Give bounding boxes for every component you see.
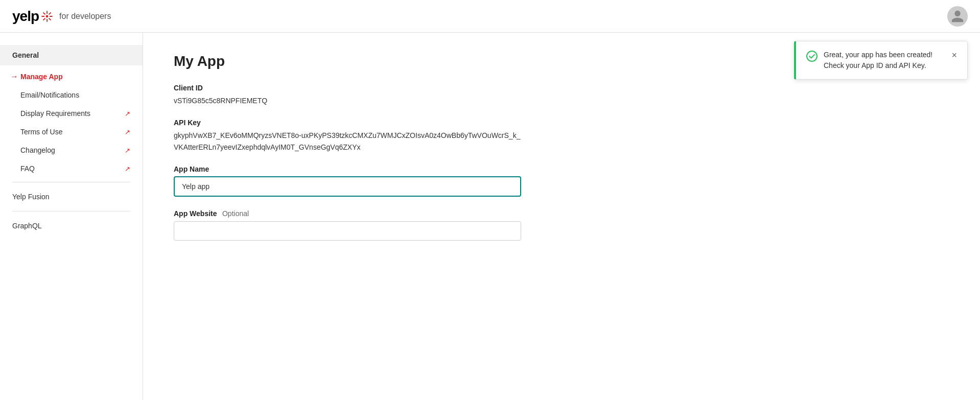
sidebar-item-graphql[interactable]: GraphQL (0, 216, 143, 236)
header: yelp for developers (0, 0, 980, 33)
logo-area: yelp for developers (12, 8, 111, 25)
app-website-optional: Optional (222, 209, 249, 218)
sidebar-item-label-graphql: GraphQL (12, 222, 42, 230)
client-id-section: Client ID vSTi9G85c5c8RNPFIEMETQ (174, 84, 949, 106)
sidebar-divider-1 (12, 182, 130, 182)
svg-point-9 (807, 51, 817, 61)
app-website-section: App Website Optional (174, 209, 949, 241)
external-link-icon-changelog: ↗ (125, 147, 130, 154)
sidebar-item-label-changelog: Changelog (20, 146, 55, 154)
api-key-value: gkyphVwXB7_KEv6oMMQryzsVNET8o-uxPKyPS39t… (174, 130, 521, 153)
toast-check-icon (806, 51, 818, 65)
external-link-icon-faq: ↗ (125, 165, 130, 173)
toast-close-button[interactable]: × (951, 51, 957, 60)
app-name-label: App Name (174, 165, 949, 173)
svg-rect-1 (46, 11, 48, 14)
app-website-label: App Website (174, 209, 217, 218)
sidebar-section-general: General → Manage App Email/Notifications… (0, 45, 143, 178)
sidebar-item-manage-app[interactable]: → Manage App (0, 67, 143, 86)
svg-rect-2 (49, 12, 52, 15)
svg-rect-4 (49, 17, 52, 20)
sidebar-item-label-faq: FAQ (20, 164, 35, 173)
external-link-icon-terms-of-use: ↗ (125, 128, 130, 136)
toast-message: Great, your app has been created! Check … (824, 50, 945, 71)
api-key-label: API Key (174, 119, 949, 127)
external-link-icon-display-requirements: ↗ (125, 110, 130, 117)
yelp-logo[interactable]: yelp (12, 8, 53, 25)
svg-rect-7 (41, 16, 44, 17)
api-key-section: API Key gkyphVwXB7_KEv6oMMQryzsVNET8o-ux… (174, 119, 949, 153)
sidebar-item-label-yelp-fusion: Yelp Fusion (12, 193, 50, 201)
layout: General → Manage App Email/Notifications… (0, 33, 980, 400)
svg-rect-3 (50, 16, 53, 17)
sidebar-section-header-general: General (0, 45, 143, 65)
arrow-icon: → (10, 72, 18, 81)
yelp-wordmark: yelp (12, 8, 39, 25)
client-id-label: Client ID (174, 84, 949, 92)
sidebar-item-email-notifications[interactable]: Email/Notifications (0, 86, 143, 104)
sidebar: General → Manage App Email/Notifications… (0, 33, 143, 400)
client-id-value: vSTi9G85c5c8RNPFIEMETQ (174, 95, 949, 106)
main-content: Great, your app has been created! Check … (143, 33, 980, 400)
app-name-input[interactable] (174, 176, 521, 197)
sidebar-item-faq[interactable]: FAQ ↗ (0, 159, 143, 178)
sidebar-item-display-requirements[interactable]: Display Requirements ↗ (0, 104, 143, 123)
sidebar-item-label-email-notifications: Email/Notifications (20, 91, 79, 99)
sidebar-item-changelog[interactable]: Changelog ↗ (0, 141, 143, 159)
sidebar-item-label-terms-of-use: Terms of Use (20, 128, 62, 136)
app-website-label-row: App Website Optional (174, 209, 949, 218)
sidebar-item-terms-of-use[interactable]: Terms of Use ↗ (0, 123, 143, 141)
user-avatar[interactable] (947, 6, 968, 27)
sidebar-divider-2 (12, 211, 130, 211)
app-name-section: App Name (174, 165, 949, 197)
success-toast: Great, your app has been created! Check … (794, 41, 968, 80)
svg-rect-6 (43, 17, 46, 20)
sidebar-item-yelp-fusion[interactable]: Yelp Fusion (0, 186, 143, 207)
header-tagline: for developers (59, 12, 111, 21)
sidebar-item-label-manage-app: Manage App (20, 73, 63, 81)
svg-point-0 (46, 15, 49, 17)
app-website-input[interactable] (174, 221, 521, 241)
svg-rect-5 (46, 18, 48, 21)
svg-rect-8 (43, 12, 46, 15)
avatar-icon (950, 9, 965, 23)
yelp-burst-icon (41, 10, 53, 22)
sidebar-item-label-display-requirements: Display Requirements (20, 109, 90, 117)
